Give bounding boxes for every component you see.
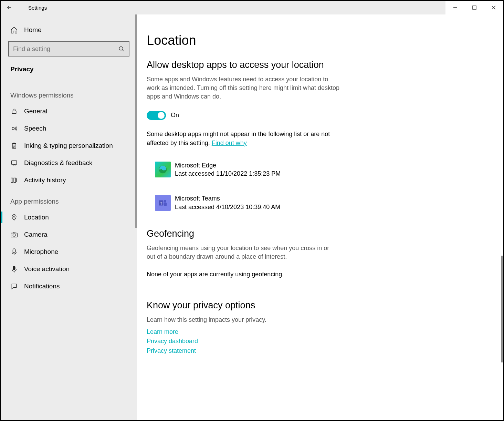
nav-camera[interactable]: Camera	[1, 226, 137, 243]
nav-label: Location	[24, 214, 49, 221]
nav-label: Voice activation	[24, 265, 70, 273]
minimize-button[interactable]	[445, 1, 465, 14]
nav-diagnostics[interactable]: Diagnostics & feedback	[1, 154, 137, 172]
home-icon	[10, 26, 18, 34]
camera-icon	[10, 231, 18, 238]
nav-inking[interactable]: Inking & typing personalization	[1, 137, 137, 154]
notification-icon	[10, 283, 18, 290]
find-out-why-link[interactable]: Find out why	[212, 140, 247, 146]
nav-label: Microphone	[24, 248, 58, 256]
maximize-button[interactable]	[465, 1, 484, 14]
close-button[interactable]	[484, 1, 503, 14]
home-label: Home	[24, 26, 42, 34]
feedback-icon	[10, 160, 18, 166]
privacy-options-desc: Learn how this setting impacts your priv…	[147, 316, 339, 324]
privacy-dashboard-link[interactable]: Privacy dashboard	[147, 337, 483, 346]
content-pane: Location Allow desktop apps to access yo…	[137, 14, 503, 420]
nav-microphone[interactable]: Microphone	[1, 243, 137, 260]
svg-point-2	[119, 47, 123, 50]
edge-icon	[155, 162, 171, 177]
nav-label: Diagnostics & feedback	[24, 159, 93, 167]
svg-point-4	[12, 127, 14, 130]
geofencing-body: None of your apps are currently using ge…	[147, 271, 483, 278]
search-icon	[118, 46, 125, 52]
allow-desktop-heading: Allow desktop apps to access your locati…	[147, 60, 483, 70]
speech-icon	[10, 125, 18, 132]
content-scrollbar[interactable]	[501, 256, 503, 362]
section-title: Privacy	[1, 63, 137, 83]
app-name: Microsoft Teams	[175, 194, 280, 203]
svg-point-12	[13, 234, 15, 236]
svg-point-18	[164, 200, 167, 203]
svg-rect-8	[11, 178, 13, 183]
svg-rect-9	[14, 178, 16, 183]
sidebar: Home Privacy Windows permissions General…	[1, 14, 137, 420]
svg-rect-1	[473, 6, 476, 9]
app-row-edge: Microsoft Edge Last accessed 11/10/2022 …	[147, 157, 483, 182]
app-name: Microsoft Edge	[175, 161, 281, 170]
nav-voice-activation[interactable]: Voice activation	[1, 260, 137, 278]
lock-icon	[10, 108, 18, 115]
app-detail: Last accessed 11/10/2022 1:35:23 PM	[175, 170, 281, 178]
geofencing-desc: Geofencing means using your location to …	[147, 244, 339, 261]
nav-label: Notifications	[24, 283, 60, 290]
nav-label: Activity history	[24, 176, 66, 184]
svg-rect-7	[12, 161, 17, 164]
svg-point-10	[13, 216, 15, 217]
search-input[interactable]	[13, 45, 118, 53]
search-input-wrap[interactable]	[8, 41, 129, 57]
svg-rect-19	[164, 202, 167, 206]
back-button[interactable]	[1, 4, 18, 11]
activity-icon	[10, 177, 18, 184]
app-detail: Last accessed 4/10/2023 10:39:40 AM	[175, 203, 280, 211]
microphone-icon	[10, 248, 18, 256]
privacy-statement-link[interactable]: Privacy statement	[147, 346, 483, 356]
nav-notifications[interactable]: Notifications	[1, 278, 137, 295]
group-windows-permissions: Windows permissions	[1, 83, 137, 103]
nav-label: Camera	[24, 231, 48, 238]
note-text: Some desktop apps might not appear in th…	[147, 130, 339, 147]
learn-more-link[interactable]: Learn more	[147, 327, 483, 337]
svg-rect-3	[12, 111, 16, 114]
window-title: Settings	[18, 5, 47, 11]
svg-rect-13	[13, 249, 15, 253]
nav-general[interactable]: General	[1, 103, 137, 120]
nav-location[interactable]: Location	[1, 209, 137, 226]
nav-label: Inking & typing personalization	[24, 142, 113, 150]
location-toggle[interactable]	[147, 111, 166, 120]
home-button[interactable]: Home	[1, 21, 137, 39]
nav-label: General	[24, 107, 48, 115]
location-icon	[10, 214, 18, 221]
voice-icon	[10, 265, 18, 273]
geofencing-heading: Geofencing	[147, 228, 483, 239]
nav-label: Speech	[24, 125, 46, 132]
app-row-teams: T Microsoft Teams Last accessed 4/10/202…	[147, 190, 483, 215]
svg-text:T: T	[160, 201, 162, 205]
nav-activity[interactable]: Activity history	[1, 172, 137, 189]
page-title: Location	[147, 33, 483, 48]
group-app-permissions: App permissions	[1, 189, 137, 209]
privacy-options-heading: Know your privacy options	[147, 300, 483, 311]
clipboard-icon	[10, 142, 18, 149]
svg-rect-14	[13, 266, 15, 270]
titlebar: Settings	[1, 1, 503, 14]
toggle-state-label: On	[171, 112, 179, 119]
allow-desktop-desc: Some apps and Windows features need to a…	[147, 75, 339, 101]
teams-icon: T	[155, 195, 171, 211]
nav-speech[interactable]: Speech	[1, 120, 137, 137]
